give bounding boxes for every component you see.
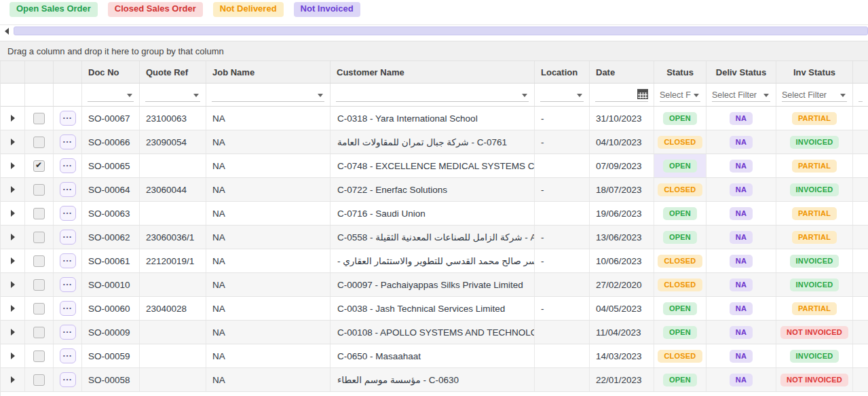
status-filter[interactable]: Select Filter [660, 88, 700, 102]
doc-no-cell: SO-00064 [82, 178, 140, 201]
table-row: ... SO-00061 22120019/1 NA - كة ياسر صال… [1, 249, 868, 273]
column-header-inv-status[interactable]: Inv Status [776, 61, 853, 83]
expand-row-button[interactable] [11, 305, 15, 312]
row-actions-button[interactable]: ... [60, 301, 76, 316]
row-checkbox[interactable] [33, 160, 45, 172]
row-checkbox[interactable] [33, 350, 45, 362]
inv-status-filter[interactable]: Select Filter [782, 88, 847, 102]
row-checkbox[interactable] [33, 232, 45, 243]
horizontal-scrollbar[interactable] [0, 24, 868, 35]
ellipsis-icon: ... [63, 279, 73, 286]
expand-row-button[interactable] [11, 186, 15, 193]
column-header-job-name[interactable]: Job Name [206, 61, 331, 83]
table-row: ... SO-00066 23090054 NA شركة جبال تمران… [1, 130, 868, 154]
column-header-status[interactable]: Status [654, 61, 706, 83]
job-name-cell: NA [206, 273, 331, 296]
row-actions-button[interactable]: ... [60, 158, 76, 173]
location-cell: - [535, 297, 590, 320]
chevron-down-icon [577, 94, 582, 97]
chevron-down-icon [840, 94, 846, 97]
row-actions-button[interactable]: ... [60, 253, 76, 268]
deliv-status-badge: NA [730, 374, 753, 386]
expand-row-button[interactable] [11, 329, 15, 336]
partial-next-row [1, 392, 868, 396]
quote-ref-cell: 23060036/1 [140, 226, 206, 249]
overflow-filter[interactable] [858, 88, 863, 102]
inv-status-badge: INVOICED [790, 136, 839, 149]
doc-no-cell: SO-00063 [82, 202, 140, 225]
deliv-status-filter[interactable]: Select Filter [712, 88, 770, 102]
column-header-quote-ref[interactable]: Quote Ref [140, 61, 206, 83]
date-cell: 04/05/2023 [590, 297, 654, 320]
expand-row-button[interactable] [11, 115, 15, 122]
date-cell: 27/02/2020 [590, 273, 654, 296]
row-checkbox[interactable] [33, 374, 45, 386]
row-actions-button[interactable]: ... [60, 206, 76, 221]
job-name-cell: NA [206, 321, 331, 344]
row-checkbox[interactable] [33, 279, 45, 291]
expand-row-button[interactable] [11, 353, 15, 359]
expand-row-button[interactable] [11, 162, 15, 169]
expand-row-button[interactable] [11, 234, 15, 240]
row-checkbox[interactable] [33, 208, 45, 219]
expand-row-button[interactable] [11, 281, 15, 288]
row-actions-button[interactable]: ... [60, 134, 76, 149]
deliv-status-badge: NA [730, 302, 753, 315]
job-name-filter[interactable] [212, 88, 324, 102]
row-checkbox[interactable] [33, 184, 45, 196]
row-actions-button[interactable]: ... [60, 372, 76, 387]
row-actions-button[interactable]: ... [60, 230, 76, 245]
overflow-cell [853, 178, 868, 201]
row-actions-button[interactable]: ... [60, 348, 76, 363]
row-checkbox[interactable] [33, 327, 45, 338]
filter-checkbox-column [25, 84, 54, 106]
row-actions-button[interactable]: ... [60, 277, 76, 292]
customer-name-cell: C-0650 - Masaahaat [331, 344, 535, 367]
group-by-drop-zone[interactable]: Drag a column and drop it here to group … [0, 41, 868, 61]
row-actions-button[interactable]: ... [60, 111, 76, 126]
row-checkbox[interactable] [33, 255, 45, 267]
expand-row-button[interactable] [11, 257, 15, 264]
ellipsis-icon: ... [63, 327, 73, 334]
expand-row-button[interactable] [11, 139, 15, 145]
column-header-location[interactable]: Location [535, 61, 590, 83]
deliv-status-badge: NA [730, 112, 753, 125]
date-cell: 22/01/2023 [590, 368, 654, 391]
expand-row-button[interactable] [11, 376, 15, 383]
row-actions-button[interactable]: ... [60, 182, 76, 197]
deliv-status-badge: NA [730, 326, 753, 339]
column-header-customer[interactable]: Customer Name [331, 61, 535, 83]
doc-no-cell: SO-00009 [82, 321, 140, 344]
location-filter[interactable] [540, 88, 584, 102]
status-badge: OPEN [663, 326, 697, 339]
column-header-date[interactable]: Date [590, 61, 654, 83]
legend-not-invoiced: Not Invoiced [294, 2, 360, 17]
inv-status-badge: PARTIAL [792, 231, 837, 244]
calendar-icon[interactable] [637, 89, 648, 99]
customer-name-filter[interactable] [336, 88, 529, 102]
header-checkbox-column [25, 61, 54, 83]
column-header-deliv-status[interactable]: Deliv Status [706, 61, 776, 83]
customer-name-cell: C-0716 - Saudi Union [331, 202, 535, 225]
row-checkbox[interactable] [33, 137, 45, 148]
doc-no-cell: SO-00061 [82, 249, 140, 272]
doc-no-filter[interactable] [88, 88, 134, 102]
chevron-down-icon [127, 94, 132, 97]
horizontal-scrollbar-thumb[interactable] [14, 26, 868, 35]
column-header-doc-no[interactable]: Doc No [82, 61, 140, 83]
row-actions-button[interactable]: ... [60, 325, 76, 340]
job-name-cell: NA [206, 226, 331, 249]
quote-ref-cell: 23040028 [140, 297, 206, 320]
expand-row-button[interactable] [11, 210, 15, 217]
status-badge: OPEN [663, 374, 697, 386]
row-checkbox[interactable] [33, 303, 45, 314]
overflow-cell [853, 368, 868, 391]
date-cell: 07/09/2023 [590, 154, 654, 177]
date-filter[interactable] [595, 88, 648, 102]
status-badge: OPEN [663, 112, 697, 125]
customer-name-cell: C-0038 - Jash Technical Services Limited [331, 297, 535, 320]
chevron-down-icon [694, 94, 699, 97]
scroll-left-button[interactable] [0, 26, 14, 35]
row-checkbox[interactable] [33, 113, 45, 124]
quote-ref-filter[interactable] [145, 88, 200, 102]
